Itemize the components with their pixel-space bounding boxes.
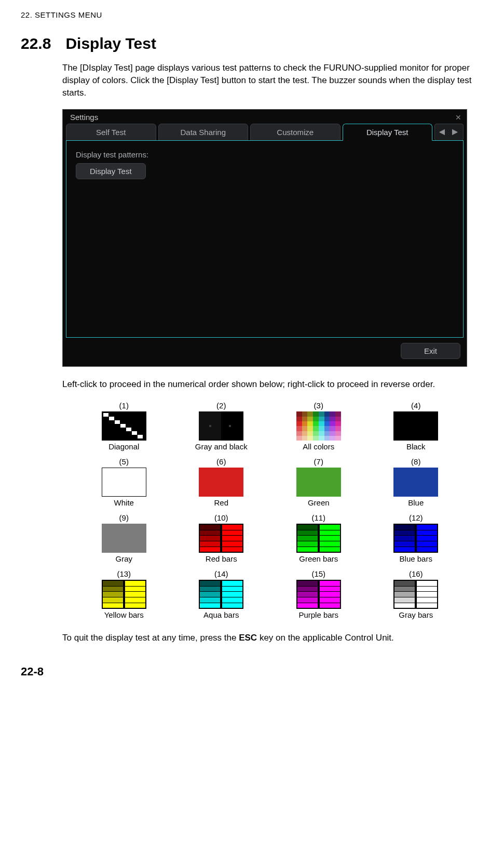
pattern-white: (5) White [78, 457, 170, 507]
pattern-caption: Purple bars [298, 610, 338, 619]
pattern-num: (9) [119, 513, 129, 522]
swatch-all-colors [296, 411, 341, 441]
exit-button[interactable]: Exit [401, 343, 460, 359]
pattern-caption: Red [214, 498, 228, 507]
arrow-right-icon[interactable]: ⯈ [449, 127, 461, 138]
pattern-num: (8) [411, 457, 420, 466]
pattern-num: (6) [216, 457, 226, 466]
pattern-caption: Diagonal [108, 442, 139, 451]
tab-customize[interactable]: Customize [250, 124, 340, 141]
pattern-diagonal: (1) Diagonal [78, 401, 170, 451]
section-title: 22.8 Display Test [21, 35, 483, 52]
pattern-green-bars: (11) Green bars [273, 513, 365, 563]
quit-pre: To quit the display test at any time, pr… [62, 633, 239, 643]
pattern-gray-bars: (16) Gray bars [370, 569, 462, 619]
swatch-gray-bars [393, 580, 438, 609]
swatch-purple-bars [296, 580, 341, 609]
pattern-caption: Green [308, 498, 330, 507]
pattern-blue: (8) Blue [370, 457, 462, 507]
pattern-num: (3) [314, 401, 323, 410]
swatch-aqua-bars [199, 580, 243, 609]
pattern-yellow-bars: (13) Yellow bars [78, 569, 170, 619]
display-test-button[interactable]: Display Test [76, 163, 146, 179]
swatch-gray [102, 524, 146, 553]
pattern-caption: Green bars [299, 554, 338, 563]
pattern-num: (7) [314, 457, 323, 466]
pattern-num: (2) [216, 401, 226, 410]
pattern-gray: (9) Gray [78, 513, 170, 563]
close-icon[interactable]: ✕ [455, 113, 461, 122]
pattern-aqua-bars: (14) Aqua bars [175, 569, 268, 619]
settings-window: Settings ✕ Self Test Data Sharing Custom… [62, 109, 467, 367]
pattern-num: (1) [119, 401, 129, 410]
pattern-black: (4) Black [370, 401, 462, 451]
window-footer: Exit [63, 338, 467, 366]
pattern-caption: Aqua bars [203, 610, 239, 619]
pattern-caption: Gray bars [399, 610, 433, 619]
pattern-red: (6) Red [175, 457, 268, 507]
pattern-caption: White [114, 498, 134, 507]
intro-paragraph: The [DIsplay Test] page displays various… [62, 62, 483, 99]
swatch-white [102, 468, 146, 497]
tab-display-test[interactable]: Display Test [343, 124, 433, 141]
section-heading: Display Test [65, 35, 156, 52]
swatch-red [199, 468, 243, 497]
tabs-row: Self Test Data Sharing Customize Display… [63, 124, 467, 141]
swatch-yellow-bars [102, 580, 146, 609]
quit-paragraph: To quit the display test at any time, pr… [62, 632, 483, 644]
swatch-green [296, 468, 341, 497]
arrow-left-icon[interactable]: ⯇ [437, 127, 448, 138]
pattern-caption: Yellow bars [104, 610, 144, 619]
instruction-paragraph: Left-click to proceed in the numerical o… [62, 378, 483, 391]
pattern-purple-bars: (15) Purple bars [273, 569, 365, 619]
swatch-diagonal [102, 411, 146, 441]
pattern-caption: Blue [408, 498, 424, 507]
panel-display-test: Display test patterns: Display Test [66, 140, 464, 338]
pattern-num: (15) [311, 569, 325, 578]
esc-key: ESC [239, 633, 257, 643]
pattern-gray-black: (2) Gray and black [175, 401, 268, 451]
tab-data-sharing[interactable]: Data Sharing [158, 124, 249, 141]
panel-label: Display test patterns: [76, 150, 454, 159]
pattern-caption: All colors [303, 442, 334, 451]
pattern-num: (10) [214, 513, 228, 522]
swatch-green-bars [296, 524, 341, 553]
tab-nav-arrows: ⯇ ⯈ [434, 124, 464, 141]
tab-self-test[interactable]: Self Test [66, 124, 156, 141]
section-number: 22.8 [21, 35, 51, 52]
window-titlebar: Settings ✕ [63, 110, 467, 124]
quit-post: key on the applicable Control Unit. [257, 633, 394, 643]
swatch-blue-bars [393, 524, 438, 553]
swatch-black [393, 411, 438, 441]
pattern-num: (11) [311, 513, 325, 522]
pattern-num: (14) [214, 569, 228, 578]
pattern-blue-bars: (12) Blue bars [370, 513, 462, 563]
pattern-red-bars: (10) Red bars [175, 513, 268, 563]
swatch-gray-black [199, 411, 243, 441]
pattern-caption: Blue bars [400, 554, 432, 563]
pattern-caption: Gray and black [195, 442, 248, 451]
pattern-caption: Black [406, 442, 426, 451]
pattern-green: (7) Green [273, 457, 365, 507]
pattern-num: (5) [119, 457, 129, 466]
window-title: Settings [70, 113, 98, 122]
page-number: 22-8 [21, 665, 483, 678]
pattern-caption: Gray [115, 554, 132, 563]
pattern-num: (12) [409, 513, 423, 522]
pattern-all-colors: (3) All colors [273, 401, 365, 451]
pattern-num: (13) [117, 569, 131, 578]
chapter-header: 22. SETTINGS MENU [21, 10, 483, 19]
pattern-grid: (1) Diagonal (2) Gray and black (3) All … [78, 401, 462, 619]
pattern-num: (4) [411, 401, 420, 410]
pattern-caption: Red bars [206, 554, 237, 563]
pattern-num: (16) [409, 569, 423, 578]
swatch-blue [393, 468, 438, 497]
swatch-red-bars [199, 524, 243, 553]
